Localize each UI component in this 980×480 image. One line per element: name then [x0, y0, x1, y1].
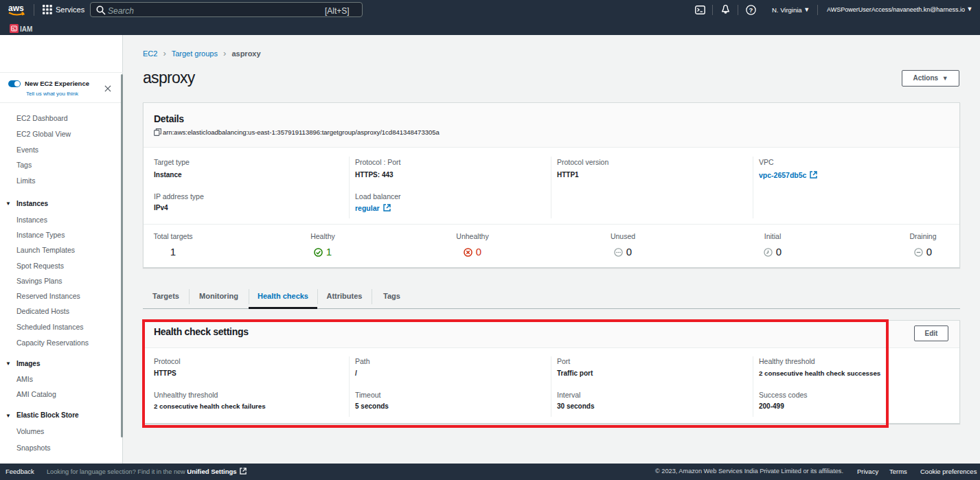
- svg-text:aws: aws: [8, 3, 24, 13]
- svg-text:?: ?: [749, 6, 753, 14]
